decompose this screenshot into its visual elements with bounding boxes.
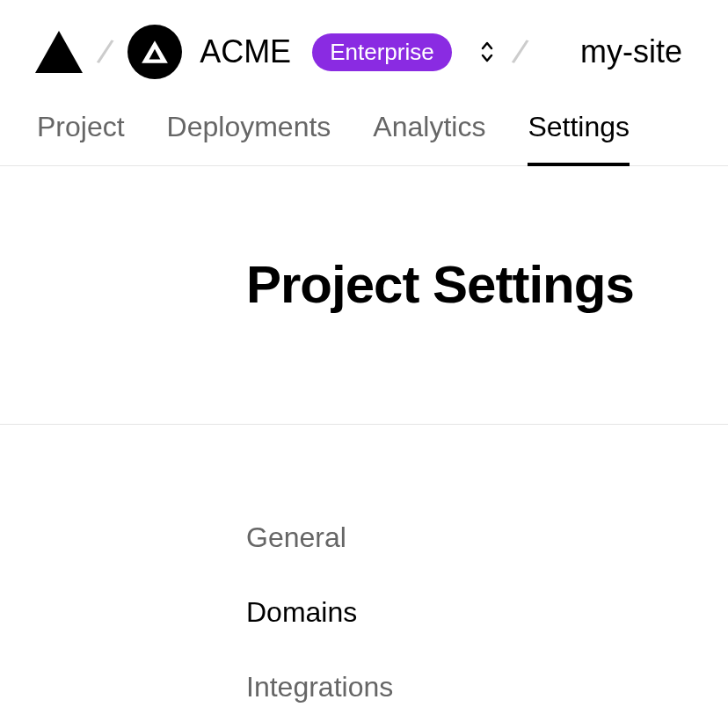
sidebar-item-general[interactable]: General [246,521,728,554]
project-name[interactable]: my-site [580,33,682,70]
tab-analytics[interactable]: Analytics [373,111,485,166]
breadcrumb-separator-icon: / [509,32,530,72]
plan-badge: Enterprise [312,33,452,71]
page-title: Project Settings [246,254,728,315]
page-title-section: Project Settings [0,166,728,425]
main-tabs: Project Deployments Analytics Settings [0,79,728,166]
sidebar-item-domains[interactable]: Domains [246,596,728,629]
tab-project[interactable]: Project [37,111,125,166]
breadcrumb-separator-icon: / [94,32,115,72]
platform-logo[interactable] [35,31,83,73]
scope-switcher[interactable] [477,40,498,64]
org-avatar[interactable] [127,25,182,79]
org-name[interactable]: ACME [200,33,291,70]
tab-deployments[interactable]: Deployments [167,111,331,166]
chevron-up-down-icon [477,40,498,64]
tab-settings[interactable]: Settings [528,111,630,166]
header-breadcrumb: / ACME Enterprise / my-site [0,0,728,79]
settings-sidebar: General Domains Integrations [0,425,728,703]
sidebar-item-integrations[interactable]: Integrations [246,671,728,703]
